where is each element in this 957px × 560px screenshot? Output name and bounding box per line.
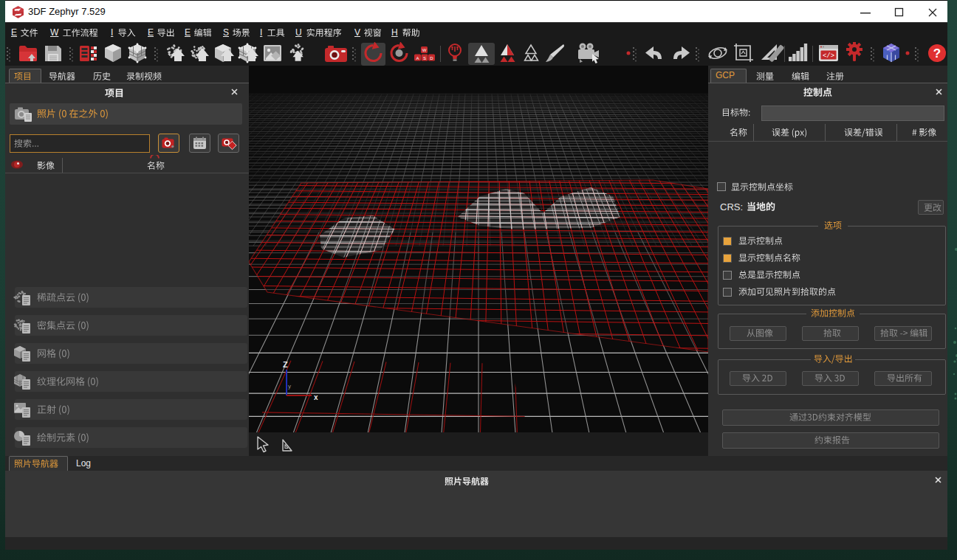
svg-text:Z: Z [283,360,288,369]
svg-text:?: ? [933,46,941,61]
svg-text:D: D [430,56,433,61]
svg-text:S: S [423,56,426,61]
svg-text:y: y [288,383,291,390]
svg-text:</>: </> [823,52,834,60]
svg-text:x: x [314,393,318,401]
svg-text:W: W [422,48,427,52]
svg-text:A: A [416,56,419,61]
